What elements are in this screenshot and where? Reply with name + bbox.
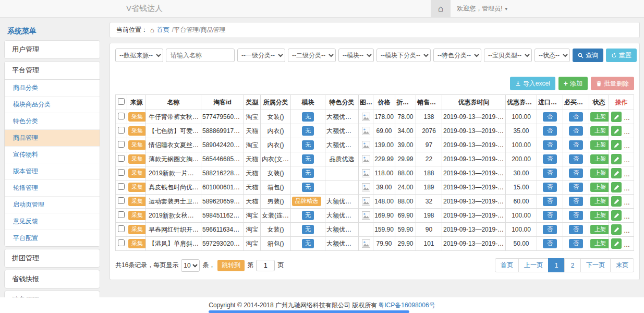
- search-button[interactable]: 查询: [573, 49, 603, 62]
- filter-select[interactable]: --模块下分类--: [376, 49, 431, 62]
- reset-button[interactable]: 重置: [606, 49, 637, 62]
- filter-select[interactable]: --宝贝类型--: [484, 49, 532, 62]
- status-toggle[interactable]: 上架: [590, 112, 609, 121]
- must-buy-toggle[interactable]: 否: [569, 197, 583, 206]
- edit-button[interactable]: [611, 126, 622, 136]
- edit-button[interactable]: [611, 168, 622, 178]
- edit-button[interactable]: [611, 210, 622, 221]
- jump-button[interactable]: 跳转到: [217, 260, 245, 271]
- filter-select[interactable]: --模块--: [338, 49, 374, 62]
- icp-link[interactable]: 粤ICP备16098006号: [378, 301, 435, 310]
- select-all-checkbox[interactable]: [118, 98, 125, 105]
- page-button[interactable]: 首页: [495, 258, 519, 272]
- row-checkbox[interactable]: [118, 183, 125, 190]
- home-button[interactable]: ⌂: [431, 0, 451, 17]
- row-checkbox[interactable]: [118, 225, 125, 232]
- page-button[interactable]: 上一页: [518, 258, 549, 272]
- must-buy-toggle[interactable]: 否: [569, 225, 583, 234]
- status-toggle[interactable]: 上架: [590, 183, 609, 191]
- sidebar-subitem[interactable]: 启动页管理: [5, 197, 100, 213]
- import-select-toggle[interactable]: 否: [543, 140, 557, 149]
- page-number-input[interactable]: [256, 260, 275, 271]
- sidebar-subitem[interactable]: 宣传物料: [5, 147, 100, 163]
- sidebar-subitem[interactable]: 平台配置: [5, 230, 100, 246]
- status-cell: 上架: [589, 124, 609, 138]
- sidebar-subitem[interactable]: 商品分类: [5, 80, 100, 97]
- sidebar-item[interactable]: 消息管理: [5, 291, 100, 297]
- edit-button[interactable]: [611, 154, 622, 164]
- status-toggle[interactable]: 上架: [590, 225, 609, 234]
- import-select-toggle[interactable]: 否: [543, 239, 557, 248]
- batch-delete-button[interactable]: 批量删除: [591, 77, 634, 90]
- status-toggle[interactable]: 上架: [590, 197, 609, 206]
- name-search-input[interactable]: [166, 49, 235, 62]
- page-button[interactable]: 下一页: [580, 258, 611, 272]
- import-select-toggle[interactable]: 否: [543, 197, 557, 206]
- row-checkbox[interactable]: [118, 197, 125, 204]
- status-toggle[interactable]: 上架: [590, 140, 609, 149]
- must-buy-toggle[interactable]: 否: [569, 239, 583, 248]
- row-checkbox[interactable]: [118, 113, 125, 119]
- sidebar-subitem[interactable]: 特色分类: [5, 113, 100, 130]
- sidebar-item[interactable]: 平台管理: [5, 62, 100, 79]
- import-select-toggle[interactable]: 否: [543, 154, 557, 163]
- must-buy-toggle[interactable]: 否: [569, 140, 583, 149]
- status-toggle[interactable]: 上架: [590, 154, 609, 163]
- sidebar-subitem[interactable]: 轮播管理: [5, 180, 100, 197]
- status-toggle[interactable]: 上架: [590, 211, 609, 220]
- import-select-toggle[interactable]: 否: [543, 112, 557, 121]
- sidebar-item[interactable]: 拼团管理: [5, 249, 100, 267]
- edit-button[interactable]: [611, 182, 622, 192]
- must-buy-toggle[interactable]: 否: [569, 154, 583, 163]
- status-toggle[interactable]: 上架: [590, 239, 609, 248]
- row-checkbox[interactable]: [118, 239, 125, 246]
- page-button[interactable]: 2: [564, 258, 581, 272]
- page-button[interactable]: 末页: [610, 258, 634, 272]
- must-buy-toggle[interactable]: 否: [569, 211, 583, 220]
- import-select-toggle[interactable]: 否: [543, 225, 557, 234]
- filter-select[interactable]: --数据来源--: [115, 49, 163, 62]
- page-button[interactable]: 1: [548, 258, 565, 272]
- import-excel-button[interactable]: 导入excel: [510, 77, 555, 90]
- user-menu[interactable]: 欢迎您，管理员! ▾: [451, 0, 514, 17]
- import-select-toggle[interactable]: 否: [543, 126, 557, 135]
- sidebar-subitem[interactable]: 模块商品分类: [5, 97, 100, 113]
- filter-select[interactable]: --二级分类--: [288, 49, 336, 62]
- status-toggle[interactable]: 上架: [590, 168, 609, 177]
- filter-select[interactable]: --状态--: [534, 49, 570, 62]
- edit-button[interactable]: [611, 140, 622, 150]
- edit-button[interactable]: [611, 112, 622, 122]
- breadcrumb-home-link[interactable]: 首页: [157, 26, 169, 34]
- sidebar-subitem-active[interactable]: 商品管理: [5, 130, 100, 147]
- must-buy-toggle[interactable]: 否: [569, 112, 583, 121]
- status-toggle[interactable]: 上架: [590, 126, 609, 135]
- must-buy-toggle[interactable]: 否: [569, 126, 583, 135]
- horizontal-scrollbar-thumb[interactable]: [209, 310, 409, 313]
- column-header: 必买清单: [563, 95, 589, 110]
- add-button[interactable]: + 添加: [558, 77, 588, 90]
- filter-select[interactable]: --特色分类--: [433, 49, 481, 62]
- sidebar-subitem[interactable]: 意见反馈: [5, 213, 100, 230]
- must-buy-toggle[interactable]: 否: [569, 183, 583, 191]
- edit-button[interactable]: [611, 224, 622, 235]
- row-checkbox[interactable]: [118, 141, 125, 148]
- edit-button[interactable]: [611, 238, 622, 249]
- row-checkbox-cell: [116, 166, 127, 180]
- must-buy-toggle[interactable]: 否: [569, 168, 583, 177]
- sidebar-subitem[interactable]: 版本管理: [5, 163, 100, 180]
- sidebar-item[interactable]: 省钱快报: [5, 270, 100, 288]
- filter-select[interactable]: --一级分类--: [237, 49, 285, 62]
- import-select-cell: 否: [537, 166, 563, 180]
- row-checkbox[interactable]: [118, 169, 125, 176]
- import-select-toggle[interactable]: 否: [543, 168, 557, 177]
- row-checkbox[interactable]: [118, 211, 125, 218]
- edit-button[interactable]: [611, 196, 622, 207]
- row-checkbox[interactable]: [118, 127, 125, 134]
- per-page-select[interactable]: 10: [181, 259, 200, 272]
- import-select-cell: 否: [537, 237, 563, 251]
- import-select-toggle[interactable]: 否: [543, 183, 557, 191]
- import-select-toggle[interactable]: 否: [543, 211, 557, 220]
- row-checkbox[interactable]: [118, 155, 125, 162]
- coupon-time-cell: 2019-09-13—2019-09-19: [442, 166, 506, 180]
- sidebar-item[interactable]: 用户管理: [5, 41, 100, 58]
